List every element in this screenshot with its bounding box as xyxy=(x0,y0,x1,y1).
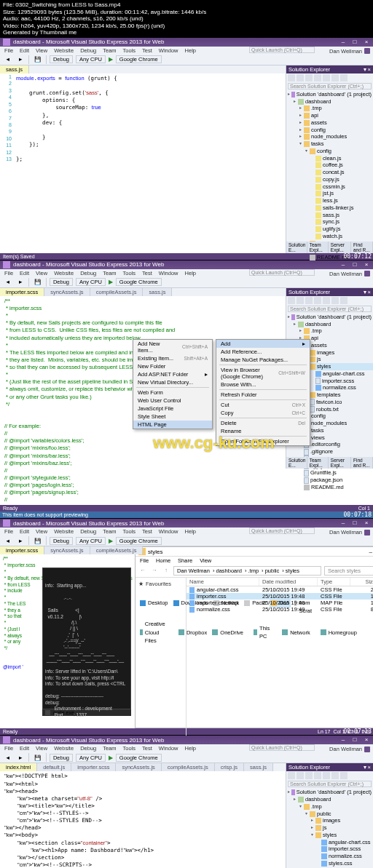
nav-forward[interactable]: → xyxy=(150,567,159,576)
crumb[interactable]: › .tmp xyxy=(245,568,259,574)
editor-tab[interactable]: importer.scss xyxy=(0,546,44,554)
menu-edit[interactable]: Edit xyxy=(20,47,29,54)
column-header[interactable]: Name xyxy=(186,578,259,586)
editor-tab[interactable]: sass.js xyxy=(244,763,273,771)
menu-debug[interactable]: Debug xyxy=(80,270,96,276)
ribbon-tab[interactable]: Home xyxy=(156,557,170,564)
menu-window[interactable]: Window xyxy=(159,47,178,54)
editor-tab[interactable]: importer.scss xyxy=(0,288,44,296)
quick-launch[interactable]: Quick Launch (Ctrl+Q) xyxy=(249,269,315,276)
menu-website[interactable]: Website xyxy=(54,528,74,535)
menu-item[interactable]: Add ASP.NET Folder▸ xyxy=(133,370,212,378)
tree-item[interactable]: Gruntfile.js xyxy=(286,469,373,477)
tree-item[interactable]: package.json xyxy=(286,477,373,484)
file-row[interactable]: angular-chart.css25/10/2015 19:49CSS Fil… xyxy=(186,586,373,593)
tree-item[interactable]: ▸api xyxy=(286,112,373,119)
menu-view[interactable]: View xyxy=(36,528,47,535)
menu-item[interactable]: View in Browser (Google Chrome)Ctrl+Shif… xyxy=(216,366,310,381)
side-tab[interactable]: Server Expl... xyxy=(329,242,351,253)
editor[interactable]: importer.scsssyncAssets.jscompileAssets.… xyxy=(0,546,135,728)
menu-team[interactable]: Team xyxy=(103,528,116,535)
editor-tab[interactable]: importer.scss xyxy=(71,763,116,771)
explorer-nav[interactable]: ★Favourites DesktopDownloadsNetkickPackt… xyxy=(136,578,186,738)
close-button[interactable]: × xyxy=(363,39,370,45)
file-list[interactable]: NameDate modifiedTypeSize angular-chart.… xyxy=(186,578,373,738)
menu-view[interactable]: View xyxy=(36,47,47,54)
menu-item[interactable]: Web User Control xyxy=(133,397,212,405)
tree-item[interactable]: uglify.js xyxy=(286,226,373,233)
tree-item[interactable]: ▾public xyxy=(286,811,373,818)
code-content[interactable]: module.exports = function (grunt) { grun… xyxy=(0,73,286,241)
menu-window[interactable]: Window xyxy=(159,745,178,752)
minimize-button[interactable]: – xyxy=(339,39,347,45)
editor[interactable]: sass.js 12345678910111213 module.exports… xyxy=(0,65,286,253)
editor-tab[interactable]: compileAssets.js xyxy=(162,763,215,771)
menu-item[interactable]: JavaScript File xyxy=(133,405,212,413)
menu-website[interactable]: Website xyxy=(54,47,74,54)
back-button[interactable]: ◄ xyxy=(3,55,12,63)
menu-file[interactable]: File xyxy=(4,47,13,54)
side-tab[interactable]: Team Expl... xyxy=(307,457,329,469)
side-tab[interactable]: Solution E... xyxy=(286,242,307,253)
menu-item[interactable]: CutCtrl+X xyxy=(216,401,310,409)
tree-item[interactable]: ▾.tmp xyxy=(286,803,373,811)
tree-item[interactable]: ▸js xyxy=(286,824,373,832)
forward-button[interactable]: ► xyxy=(15,55,25,63)
file-row[interactable]: importer.css25/10/2015 19:48CSS File1 KB xyxy=(186,593,373,600)
menu-file[interactable]: File xyxy=(4,528,13,535)
tree-item[interactable]: importer.scss xyxy=(286,845,373,853)
tree-item[interactable]: ▸Solution 'dashboard' (1 project) xyxy=(286,314,373,321)
config-dropdown[interactable]: Debug xyxy=(50,55,73,63)
tree-item[interactable]: clean.js xyxy=(286,155,373,162)
editor-tab[interactable]: compileAssets.js xyxy=(90,288,144,296)
tree-item[interactable]: ▾styles xyxy=(286,832,373,839)
menu-tools[interactable]: Tools xyxy=(123,47,136,54)
menu-debug[interactable]: Debug xyxy=(80,528,96,535)
menu-item[interactable]: New Folder xyxy=(133,362,212,370)
menu-view[interactable]: View xyxy=(36,745,47,752)
tree-item[interactable]: README.md xyxy=(286,484,373,491)
menu-window[interactable]: Window xyxy=(159,528,178,535)
editor-tab[interactable]: index.html xyxy=(0,763,37,771)
tree-item[interactable]: sync.js xyxy=(286,218,373,226)
maximize-button[interactable]: □ xyxy=(351,39,358,45)
side-tab[interactable]: Team Expl... xyxy=(307,242,329,253)
tree-item[interactable]: less.js xyxy=(286,197,373,204)
menu-website[interactable]: Website xyxy=(54,270,74,276)
editor-tab[interactable]: syncAssets.js xyxy=(44,288,90,296)
menu-edit[interactable]: Edit xyxy=(20,528,29,535)
ribbon-tab[interactable]: View xyxy=(200,557,211,564)
explorer-ribbon[interactable]: FileHomeShareView xyxy=(136,557,373,565)
browser-dropdown[interactable]: Google Chrome xyxy=(116,55,162,63)
tree-item[interactable]: ▸Solution 'dashboard' (1 project) xyxy=(286,91,373,98)
tree-item[interactable]: ▾tasks xyxy=(286,140,373,148)
column-header[interactable]: Size xyxy=(350,578,373,586)
tree-item[interactable]: ▸config xyxy=(286,127,373,134)
menu-debug[interactable]: Debug xyxy=(80,47,96,54)
quick-launch[interactable]: Quick Launch (Ctrl+Q) xyxy=(249,47,315,53)
context-menu-add[interactable]: Add New Item...Ctrl+Shift+AExisting Item… xyxy=(133,339,213,429)
menu-website[interactable]: Website xyxy=(54,745,74,752)
file-row[interactable]: importer.css.map25/10/2015 19:48MAP File… xyxy=(186,600,373,606)
menu-test[interactable]: Test xyxy=(142,270,152,276)
tree-item[interactable]: ▸Solution 'dashboard' (1 project) xyxy=(286,789,373,796)
explorer-search[interactable]: Search styles xyxy=(324,566,373,576)
menu-item[interactable]: Add▸ xyxy=(216,340,310,348)
editor-tab[interactable]: sass.js xyxy=(143,288,172,296)
terminal[interactable]: info: Starting app... .-..-. Sails <| v0… xyxy=(42,568,131,709)
file-row[interactable]: normalize.css25/10/2015 19:49CSS File8 K… xyxy=(186,606,373,613)
menu-test[interactable]: Test xyxy=(142,528,152,535)
nav-item[interactable]: Desktop xyxy=(138,598,170,608)
menu-team[interactable]: Team xyxy=(103,47,116,54)
tree-item[interactable]: cssmin.js xyxy=(286,183,373,191)
tree-item[interactable]: styles.css xyxy=(286,860,373,867)
save-button[interactable]: 💾 xyxy=(32,55,43,63)
se-search[interactable]: Search Solution Explorer (Ctrl+;) xyxy=(288,83,372,89)
platform-dropdown[interactable]: Any CPU xyxy=(76,55,106,63)
menu-help[interactable]: Help xyxy=(185,528,196,535)
code-content[interactable]: "kw"><!DOCTYPE html> "kw"><html> "kw"><h… xyxy=(0,771,286,868)
side-tab[interactable]: Find and R... xyxy=(351,242,373,253)
menu-item[interactable]: Style Sheet xyxy=(133,413,212,421)
menu-file[interactable]: File xyxy=(4,745,13,752)
tree-item[interactable]: ▸dashboard xyxy=(286,98,373,105)
